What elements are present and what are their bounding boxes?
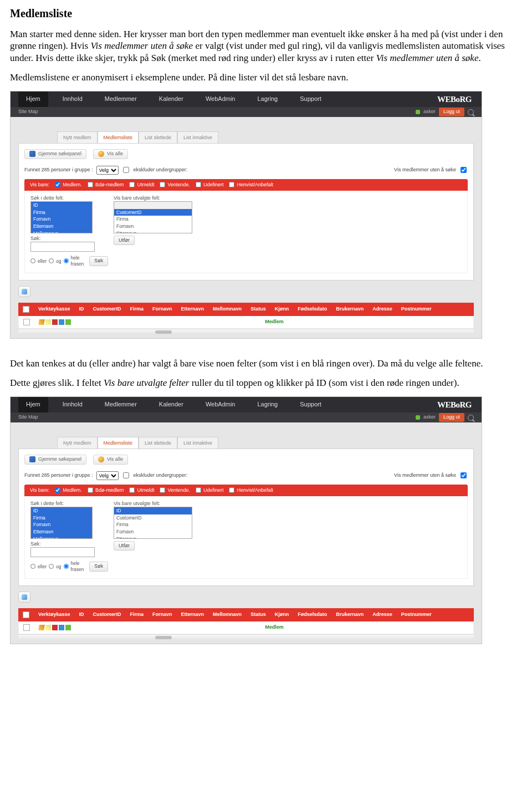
filt-udefinert[interactable] <box>196 182 201 187</box>
sok-button-2[interactable]: Søk <box>89 562 108 571</box>
nav-kalender[interactable]: Kalender <box>151 91 191 107</box>
vis-uten-checkbox-2[interactable] <box>461 472 467 478</box>
filt-bdo-2[interactable] <box>88 487 93 493</box>
opt-og[interactable] <box>49 258 54 263</box>
doc-icon[interactable] <box>65 319 71 325</box>
vis-uten-label-2: Vis medlemmer uten å søke <box>394 472 456 478</box>
nav-support[interactable]: Support <box>292 91 329 107</box>
h-scrollbar[interactable] <box>18 329 474 335</box>
search-icon-2[interactable] <box>468 415 474 421</box>
mid-paragraph-1: Det kan tenkes at du (eller andre) har v… <box>10 358 522 369</box>
tab-medlemsliste[interactable]: Medlemsliste <box>98 131 139 144</box>
sitemap-link-2[interactable]: Site Map <box>18 414 38 420</box>
logout-button[interactable]: Logg ut <box>439 108 464 116</box>
row-tools[interactable] <box>39 319 71 325</box>
tag-icon-2[interactable] <box>45 625 51 630</box>
hide-search-button[interactable]: Gjemme søkepanel <box>24 149 86 159</box>
filt-udefinert-2[interactable] <box>196 487 201 493</box>
show-fields-list[interactable]: CustomerID Firma Fornavn Etternavn <box>114 201 192 233</box>
search-icon[interactable] <box>468 109 474 115</box>
opt-hele-2[interactable] <box>64 564 69 569</box>
edit-icon-2[interactable] <box>38 625 45 630</box>
vis-uten-checkbox[interactable] <box>461 167 467 173</box>
search-field-list[interactable]: ID Firma Fornavn Etternavn Mellomnavn <box>30 201 93 233</box>
opt-eller[interactable] <box>30 258 35 263</box>
nav-hjem[interactable]: Hjem <box>18 91 48 107</box>
exclude-subgroups-checkbox-2[interactable] <box>123 472 129 478</box>
tab-medlemsliste-2[interactable]: Medlemsliste <box>98 437 139 449</box>
tab-list-slettede[interactable]: List slettede <box>139 131 177 144</box>
nav-support-2[interactable]: Support <box>292 397 329 412</box>
nav-innhold-2[interactable]: Innhold <box>55 397 90 412</box>
export-icon <box>22 289 27 294</box>
logout-button-2[interactable]: Logg ut <box>439 413 464 421</box>
page-title: Medlemsliste <box>10 7 522 21</box>
tab-nytt-medlem[interactable]: Nytt medlem <box>57 131 98 144</box>
search-field-label: Søk i dette felt: <box>30 195 103 201</box>
user-icon-2 <box>416 415 420 420</box>
nav-webadmin-2[interactable]: WebAdmin <box>198 397 243 412</box>
tag-icon[interactable] <box>45 319 51 325</box>
nav-kalender-2[interactable]: Kalender <box>151 397 191 412</box>
filt-henvist[interactable] <box>229 182 234 187</box>
exclude-subgroups-checkbox[interactable] <box>123 167 129 173</box>
show-all-button[interactable]: Vis alle <box>93 149 128 159</box>
search-input[interactable] <box>30 242 95 252</box>
filt-ventende-2[interactable] <box>160 487 165 493</box>
sitemap-link[interactable]: Site Map <box>18 109 38 115</box>
filt-utmeldt[interactable] <box>129 182 135 187</box>
search-field-list-2[interactable]: ID Firma Fornavn Etternavn Mellomnavn <box>30 507 93 539</box>
mid-paragraph-2: Dette gjøres slik. I feltet Vis bare utv… <box>10 377 522 389</box>
move-icon[interactable] <box>59 319 64 325</box>
nav-webadmin[interactable]: WebAdmin <box>198 91 243 107</box>
delete-icon-2[interactable] <box>52 625 58 630</box>
nav-lagring-2[interactable]: Lagring <box>250 397 286 412</box>
type-filter-bar-2: Vis bare: Medlem. Bdø-medlem Utmeldt Ven… <box>24 485 468 496</box>
h-scrollbar-2[interactable] <box>18 634 474 640</box>
nav-hjem-2[interactable]: Hjem <box>18 397 48 412</box>
tab-list-innaktive-2[interactable]: List innaktive <box>177 437 218 449</box>
filt-ventende[interactable] <box>160 182 165 187</box>
screenshot-2: Hjem Innhold Medlemmer Kalender WebAdmin… <box>10 396 482 644</box>
username-2: asker <box>423 414 436 420</box>
nav-innhold[interactable]: Innhold <box>55 91 90 107</box>
search-input-2[interactable] <box>30 547 95 557</box>
table-row-2[interactable]: Medlem <box>18 621 474 634</box>
group-select[interactable]: Velg <box>96 166 119 175</box>
edit-icon[interactable] <box>38 319 45 325</box>
utfor-button-2[interactable]: Utfør <box>114 541 135 551</box>
filt-medlem-2[interactable] <box>55 487 60 493</box>
sub-bar: Site Map asker Logg ut <box>11 107 482 117</box>
move-icon-2[interactable] <box>59 625 64 630</box>
tab-nytt-medlem-2[interactable]: Nytt medlem <box>57 437 98 449</box>
sok-button[interactable]: Søk <box>89 256 108 266</box>
opt-hele[interactable] <box>64 258 69 263</box>
nav-medlemmer[interactable]: Medlemmer <box>97 91 145 107</box>
hide-search-button-2[interactable]: Gjemme søkepanel <box>24 455 86 464</box>
tab-list-innaktive[interactable]: List innaktive <box>177 131 218 144</box>
hide-panel-icon-2 <box>29 456 35 462</box>
export-button[interactable] <box>18 286 30 297</box>
tab-list-slettede-2[interactable]: List slettede <box>139 437 177 449</box>
show-all-button-2[interactable]: Vis alle <box>93 455 128 464</box>
search-field-label-2: Søk i dette felt: <box>30 501 103 507</box>
filt-bdo[interactable] <box>88 182 93 187</box>
nav-medlemmer-2[interactable]: Medlemmer <box>97 397 145 412</box>
filt-utmeldt-2[interactable] <box>129 487 135 493</box>
doc-icon-2[interactable] <box>65 625 71 630</box>
username: asker <box>423 109 436 115</box>
table-row[interactable]: Medlem <box>18 316 474 329</box>
nav-lagring[interactable]: Lagring <box>250 91 286 107</box>
result-count-label: Funnet 285 personer i gruppe : <box>24 167 93 173</box>
show-fields-list-2[interactable]: ID CustomerID Firma Fornavn Etternavn <box>114 507 192 539</box>
group-select-2[interactable]: Velg <box>96 471 119 480</box>
utfor-button[interactable]: Utfør <box>114 236 135 245</box>
filt-medlem[interactable] <box>55 182 60 187</box>
opt-eller-2[interactable] <box>30 564 35 569</box>
export-icon-2 <box>22 594 27 600</box>
export-button-2[interactable] <box>18 592 30 603</box>
row-tools-2[interactable] <box>39 625 71 630</box>
opt-og-2[interactable] <box>49 564 54 569</box>
filt-henvist-2[interactable] <box>229 487 234 493</box>
delete-icon[interactable] <box>52 319 58 325</box>
